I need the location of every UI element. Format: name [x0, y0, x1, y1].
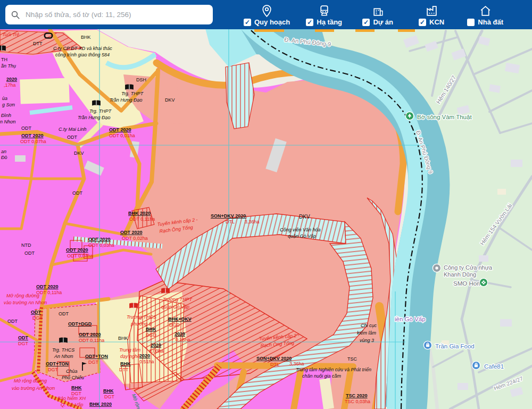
map-label: 1,00ha — [149, 348, 164, 354]
map-label: Trg. THPT — [89, 108, 112, 114]
map-label: TSC 2020 — [346, 393, 368, 398]
book-icon — [129, 303, 138, 308]
map-label: C.ty Mai Linh — [59, 127, 87, 132]
flower-icon[interactable] — [479, 278, 487, 286]
map-label: kiểm lâm — [357, 330, 377, 336]
layer-label: Dự án — [373, 18, 393, 26]
search-input[interactable] — [24, 10, 207, 19]
layer-toggles: ✓Quy hoạch✓Hạ tầng✓Dự án✓KCNNhà đất — [244, 1, 505, 29]
map-label: vùng 3 — [360, 338, 374, 343]
map-label: ODT — [21, 126, 32, 131]
map-label: Bảo hiểm XH — [57, 396, 86, 401]
map-label: quận Gò Vấp — [161, 304, 189, 310]
map-label: ODT 0,04ha — [67, 253, 93, 258]
map-label: công trình giao thông 584 — [55, 52, 110, 57]
map-label: chăn nuôi gia cầm — [302, 373, 342, 379]
map-label: DSH — [136, 77, 146, 82]
map-canvas[interactable]: Tuổi TrẻDTTBHKC.ty CP ĐT XD và khai thác… — [0, 0, 532, 409]
map-label: Công ty Cửa nhựa — [444, 264, 493, 271]
layer-toggle-factory[interactable]: ✓KCN — [412, 4, 451, 26]
map-label: ODT+TON — [46, 361, 69, 366]
layer-checkbox[interactable]: ✓ — [244, 19, 251, 26]
map-label: BHK — [118, 336, 128, 341]
map-label: BHK 2020 — [89, 402, 112, 407]
map-label: ùa — [2, 96, 7, 101]
map-label: Tuổi Trẻ — [2, 32, 19, 37]
layer-toggle-map-pin[interactable]: ✓Quy hoạch — [244, 4, 290, 26]
map-label: ần Thụ — [1, 63, 16, 69]
layer-checkbox[interactable]: ✓ — [362, 19, 370, 26]
map-label: TSC 0,03ha — [345, 399, 370, 404]
map-label: NTD — [21, 243, 31, 248]
map-label: TSC — [347, 356, 358, 362]
layer-checkbox[interactable]: ✓ — [306, 19, 313, 26]
map-label: ODT 2020 — [88, 237, 111, 242]
map-label: Khanh Dũng — [444, 271, 476, 278]
map-label: Bờ sông Vàm Thuật — [417, 114, 472, 120]
map-label: DGT — [48, 367, 59, 372]
map-label: An Nhơn — [54, 354, 73, 359]
map-label: ODT 2020 — [36, 284, 59, 289]
map-label: Công viên Văn hóa — [280, 227, 321, 232]
layer-toggle-building[interactable]: ✓Dự án — [358, 4, 397, 26]
layer-checkbox[interactable] — [467, 19, 475, 26]
bag-icon[interactable] — [472, 361, 480, 369]
map-label: ODT — [24, 251, 35, 256]
map-pin-icon — [260, 4, 273, 18]
map-label: phường 6 — [130, 321, 152, 327]
map-label: BHK — [103, 388, 114, 394]
map-label: ODT 2020 — [79, 332, 101, 337]
map-label: n Nhơn — [0, 119, 15, 124]
map-label: SON+DKV 2020 — [256, 356, 292, 361]
map-label: 3,36ha — [289, 361, 304, 366]
map-label: Trung tâm Nghiên cứu và Phát triển — [296, 367, 371, 372]
map-label: DTL — [270, 362, 279, 367]
map-label: quận Gò Vấp — [288, 233, 316, 239]
dot-icon[interactable] — [433, 264, 440, 272]
map-label: ODT 2020 — [66, 247, 88, 253]
book-icon — [125, 84, 134, 89]
layer-toggle-train[interactable]: ✓Hạ tầng — [304, 4, 344, 26]
map-label: Cafe81 — [484, 363, 504, 370]
map-label: iền Gò Vấp — [395, 316, 426, 322]
map-label: vào trường An Nhơn — [4, 300, 47, 305]
map-label: DTT — [119, 367, 129, 372]
map-label: DGT — [18, 341, 29, 346]
search-icon — [11, 10, 20, 20]
map-label: ODT 2020 — [21, 133, 44, 138]
search-box[interactable] — [5, 5, 213, 24]
map-label: ODT 0,07ha — [20, 139, 46, 144]
map-label: DGD — [146, 332, 157, 338]
map-label: DGT — [104, 394, 115, 399]
layer-label: Nhà đất — [478, 18, 503, 26]
map-label: BHK — [146, 327, 156, 332]
layer-checkbox[interactable]: ✓ — [419, 19, 426, 26]
tree-icon[interactable] — [405, 112, 413, 120]
map-label: ODT — [59, 311, 69, 316]
map-label: ODT 0,03ha — [88, 243, 114, 248]
layer-label: Quy hoạch — [254, 18, 290, 26]
toolbar: ✓Quy hoạch✓Hạ tầng✓Dự án✓KCNNhà đất — [0, 0, 532, 29]
book-icon — [92, 100, 101, 105]
bag-icon[interactable] — [423, 341, 431, 349]
book-icon — [161, 288, 170, 293]
map-label: BHK — [120, 361, 131, 366]
map-label: ODT 2020 — [120, 230, 143, 235]
map-label: ODT — [72, 190, 83, 196]
layer-label: KCN — [429, 18, 444, 26]
map-label: 2020 — [174, 331, 185, 337]
map-label: ODT 0,11ha — [129, 216, 155, 222]
map-label: ODT 0,11ha — [79, 338, 104, 343]
factory-icon — [425, 4, 438, 18]
map-label: Đình — [1, 113, 11, 118]
map-label: 2020 — [139, 353, 150, 358]
map-label: 2020 — [6, 77, 17, 82]
map-app: Tuổi TrẻDTTBHKC.ty CP ĐT XD và khai thác… — [0, 0, 532, 409]
map-label: 2020 — [151, 343, 161, 348]
map-label: DTL — [226, 219, 235, 224]
map-label: ODT 0,02ha — [122, 236, 148, 241]
map-label: ODT — [7, 319, 18, 324]
map-label: vào trường An Nhơn — [12, 386, 55, 391]
map-label: ODT 0,01ha — [109, 133, 135, 138]
layer-toggle-house[interactable]: Nhà đất — [466, 4, 505, 26]
